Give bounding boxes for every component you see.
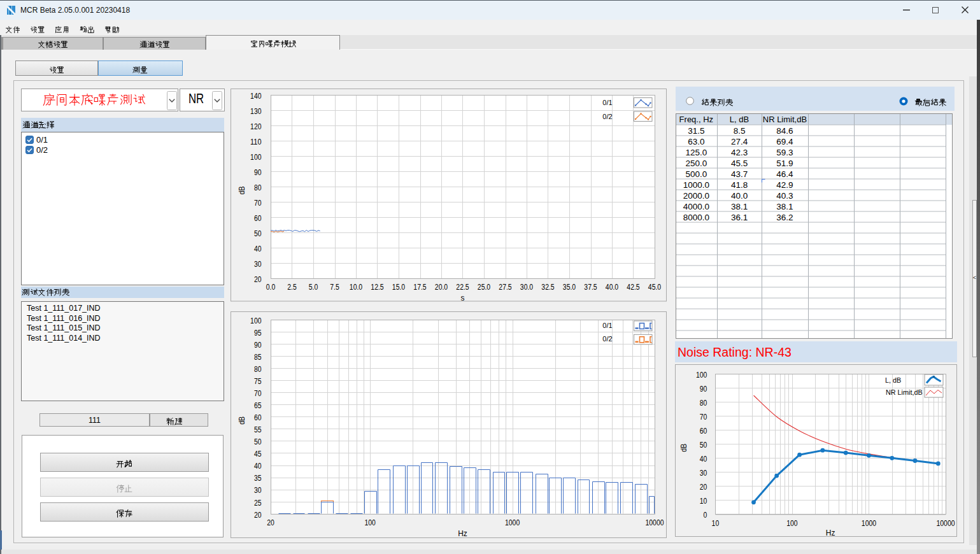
svg-text:0.0: 0.0	[266, 283, 276, 292]
svg-text:70: 70	[700, 413, 707, 422]
svg-text:60: 60	[254, 214, 262, 223]
svg-text:37.5: 37.5	[584, 283, 597, 292]
svg-text:35.0: 35.0	[563, 283, 576, 292]
svg-text:140: 140	[250, 92, 262, 101]
svg-text:100: 100	[250, 316, 262, 325]
svg-text:2.5: 2.5	[287, 283, 297, 292]
svg-text:Hz: Hz	[458, 529, 467, 538]
svg-text:50: 50	[254, 437, 262, 446]
svg-text:20.0: 20.0	[435, 283, 448, 292]
svg-text:50: 50	[254, 229, 262, 238]
svg-text:10: 10	[700, 497, 707, 506]
svg-text:40.0: 40.0	[606, 283, 618, 292]
svg-text:90: 90	[254, 168, 262, 177]
svg-text:100: 100	[365, 518, 376, 527]
svg-text:95: 95	[254, 329, 262, 337]
svg-text:85: 85	[254, 353, 262, 362]
svg-text:50: 50	[700, 441, 707, 450]
svg-text:1000: 1000	[862, 519, 876, 528]
svg-text:80: 80	[254, 365, 262, 374]
svg-text:130: 130	[250, 107, 262, 116]
svg-text:80: 80	[700, 399, 707, 408]
svg-text:40: 40	[254, 245, 262, 253]
svg-text:25: 25	[254, 499, 262, 508]
svg-text:35: 35	[254, 474, 262, 483]
svg-text:7.5: 7.5	[330, 283, 339, 292]
svg-text:12.5: 12.5	[371, 283, 383, 292]
svg-text:1000: 1000	[505, 518, 520, 527]
svg-text:15.0: 15.0	[392, 283, 405, 292]
svg-text:10000: 10000	[936, 519, 955, 528]
svg-text:45: 45	[254, 450, 262, 458]
svg-text:dB: dB	[238, 187, 246, 195]
svg-text:20: 20	[254, 511, 262, 520]
svg-text:42.5: 42.5	[627, 283, 639, 292]
svg-text:30.0: 30.0	[520, 283, 533, 292]
svg-text:32.5: 32.5	[541, 283, 554, 292]
svg-text:30: 30	[254, 486, 262, 495]
svg-text:dB: dB	[238, 416, 246, 425]
svg-text:100: 100	[250, 153, 262, 162]
svg-text:10000: 10000	[645, 518, 664, 527]
svg-text:0/1: 0/1	[602, 99, 612, 106]
svg-text:NR Limit,dB: NR Limit,dB	[886, 388, 923, 396]
svg-text:90: 90	[700, 385, 707, 394]
svg-text:100: 100	[786, 519, 798, 528]
svg-text:0/1: 0/1	[602, 322, 612, 329]
svg-text:60: 60	[700, 427, 707, 436]
svg-text:10: 10	[712, 519, 720, 528]
svg-text:17.5: 17.5	[413, 283, 426, 292]
svg-text:s: s	[461, 294, 465, 302]
svg-text:L, dB: L, dB	[885, 376, 901, 384]
svg-text:90: 90	[254, 341, 262, 350]
svg-text:27.5: 27.5	[499, 283, 511, 292]
svg-text:Hz: Hz	[826, 529, 835, 537]
svg-text:55: 55	[254, 425, 262, 434]
svg-text:0: 0	[704, 511, 707, 520]
svg-text:dB: dB	[679, 444, 688, 452]
svg-text:65: 65	[254, 401, 262, 410]
svg-text:40: 40	[254, 462, 262, 471]
svg-text:20: 20	[254, 275, 262, 284]
svg-text:0/2: 0/2	[602, 335, 612, 343]
svg-text:70: 70	[254, 199, 262, 208]
svg-text:10.0: 10.0	[350, 283, 362, 292]
svg-text:70: 70	[254, 389, 262, 398]
svg-text:30: 30	[700, 469, 707, 478]
svg-text:0/2: 0/2	[602, 113, 612, 120]
svg-text:5.0: 5.0	[309, 283, 318, 292]
svg-text:120: 120	[250, 122, 262, 131]
svg-text:30: 30	[254, 260, 262, 269]
svg-text:20: 20	[267, 518, 274, 527]
svg-text:75: 75	[254, 377, 262, 386]
svg-text:60: 60	[254, 413, 262, 422]
svg-text:40: 40	[700, 455, 707, 464]
svg-text:22.5: 22.5	[456, 283, 469, 292]
svg-text:110: 110	[250, 138, 262, 146]
svg-text:20: 20	[700, 483, 707, 492]
svg-text:80: 80	[254, 183, 262, 192]
svg-text:45.0: 45.0	[648, 283, 661, 292]
svg-text:100: 100	[696, 371, 707, 380]
svg-text:25.0: 25.0	[478, 283, 490, 292]
